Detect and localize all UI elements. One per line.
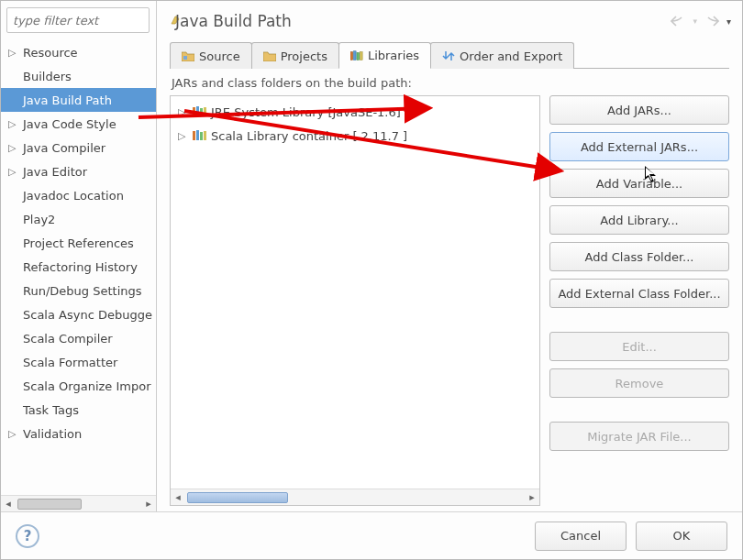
sidebar-item-scala-formatter[interactable]: Scala Formatter [1,350,156,374]
tree-label: Validation [19,427,82,441]
cancel-button[interactable]: Cancel [535,522,627,551]
sidebar-item-java-code-style[interactable]: ▷Java Code Style [1,112,156,136]
svg-rect-10 [196,130,199,140]
sidebar-item-resource[interactable]: ▷Resource [1,40,156,64]
tab-label: Order and Export [460,49,562,63]
tab-label: Source [199,49,240,63]
svg-rect-5 [193,107,195,116]
sidebar-item-javadoc-location[interactable]: Javadoc Location [1,183,156,207]
scroll-thumb[interactable] [187,492,288,503]
remove-button: Remove [549,368,729,398]
add-external-class-folder-button[interactable]: Add External Class Folder... [549,279,729,308]
projects-icon [263,49,276,62]
tree-label: Refactoring History [19,260,138,274]
svg-rect-1 [350,51,353,60]
tab-projects[interactable]: Projects [251,42,339,69]
add-variable-button[interactable]: Add Variable... [549,169,729,198]
svg-rect-12 [204,131,206,140]
library-label: Scala Library container [ 2.11.7 ] [211,129,407,143]
back-icon[interactable] [671,15,685,27]
order-export-icon [442,49,455,62]
tree-label: Java Build Path [19,93,112,107]
libraries-icon [350,49,363,62]
scroll-left-icon[interactable]: ◂ [1,497,16,511]
tree-label: Javadoc Location [19,189,124,203]
scroll-track[interactable] [16,498,141,511]
add-external-jars-button[interactable]: Add External JARs... [549,132,729,161]
tree-label: Project References [19,236,134,250]
page-title: Java Build Path [175,12,292,30]
sidebar-item-java-editor[interactable]: ▷Java Editor [1,159,156,183]
back-menu-icon[interactable]: ▾ [693,16,697,26]
forward-icon[interactable] [704,15,719,27]
tree-label: Scala Async Debugge [19,308,152,322]
sidebar-item-scala-async-debugger[interactable]: Scala Async Debugge [1,302,156,326]
library-container-icon [193,105,207,118]
sidebar-item-run-debug-settings[interactable]: Run/Debug Settings [1,279,156,302]
tree-label: Java Editor [19,165,87,179]
tree-label: Play2 [19,213,55,226]
tab-label: Libraries [368,49,419,62]
scroll-right-icon[interactable]: ▸ [141,497,156,511]
tree-label: Task Tags [19,403,79,417]
tree-label: Java Compiler [19,141,105,155]
svg-rect-0 [183,56,187,60]
svg-rect-2 [353,50,356,60]
view-menu-icon[interactable]: ▾ [726,16,731,27]
sidebar-item-task-tags[interactable]: Task Tags [1,398,156,422]
tree-label: Builders [19,70,72,83]
tree-label: Scala Compiler [19,332,113,346]
library-item[interactable]: ▷ JRE System Library [JavaSE-1.6] [172,100,538,124]
expand-icon[interactable]: ▷ [178,130,189,142]
migrate-jar-file-button: Migrate JAR File... [549,422,729,451]
tab-order-export[interactable]: Order and Export [430,42,574,69]
expand-icon[interactable]: ▷ [178,106,189,118]
sidebar-item-play2[interactable]: Play2 [1,207,156,231]
filter-input-field[interactable] [13,14,169,27]
tree-label: Scala Formatter [19,356,117,369]
help-icon[interactable]: ? [16,524,39,548]
ok-button[interactable]: OK [636,522,727,551]
sidebar-item-scala-compiler[interactable]: Scala Compiler [1,326,156,350]
sidebar-item-builders[interactable]: Builders [1,64,156,88]
tree-label: Run/Debug Settings [19,284,142,298]
scroll-thumb[interactable] [17,499,82,510]
svg-rect-6 [196,106,199,116]
add-jars-button[interactable]: Add JARs... [549,95,729,125]
scroll-track[interactable] [185,491,525,504]
add-class-folder-button[interactable]: Add Class Folder... [549,242,729,271]
svg-rect-4 [360,51,362,60]
build-path-hint: JARs and class folders on the build path… [170,69,729,95]
tree-label: Java Code Style [19,117,116,131]
tab-libraries[interactable]: Libraries [338,42,431,69]
tab-label: Projects [281,49,327,63]
scroll-right-icon[interactable]: ▸ [525,490,539,505]
svg-rect-9 [193,131,195,140]
edit-button: Edit... [549,332,729,361]
source-folder-icon [182,49,194,62]
build-path-tabs: Source Projects Libraries Order and Expo… [170,41,729,69]
sidebar-item-scala-organize-imports[interactable]: Scala Organize Impor [1,374,156,398]
svg-rect-7 [200,108,203,116]
svg-rect-11 [200,132,203,140]
property-tree[interactable]: ▷Resource Builders Java Build Path ▷Java… [1,38,156,495]
sidebar-item-java-build-path[interactable]: Java Build Path [1,88,156,112]
scroll-left-icon[interactable]: ◂ [171,490,185,505]
libraries-list[interactable]: ▷ JRE System Library [JavaSE-1.6] ▷ Scal… [170,95,540,506]
sidebar-item-project-references[interactable]: Project References [1,231,156,255]
libraries-horizontal-scrollbar[interactable]: ◂ ▸ [171,489,539,505]
tree-label: Scala Organize Impor [19,379,151,393]
tree-label: Resource [19,46,78,60]
filter-text-input[interactable] [6,7,150,33]
tab-source[interactable]: Source [170,42,252,69]
add-library-button[interactable]: Add Library... [549,205,729,235]
sidebar-horizontal-scrollbar[interactable]: ◂ ▸ [1,495,156,511]
library-item[interactable]: ▷ Scala Library container [ 2.11.7 ] [172,124,538,148]
sidebar-item-refactoring-history[interactable]: Refactoring History [1,255,156,279]
library-container-icon [193,129,207,142]
svg-rect-8 [204,107,206,116]
sidebar-item-validation[interactable]: ▷Validation [1,422,156,445]
svg-rect-3 [357,52,360,60]
library-label: JRE System Library [JavaSE-1.6] [211,105,401,119]
sidebar-item-java-compiler[interactable]: ▷Java Compiler [1,136,156,159]
